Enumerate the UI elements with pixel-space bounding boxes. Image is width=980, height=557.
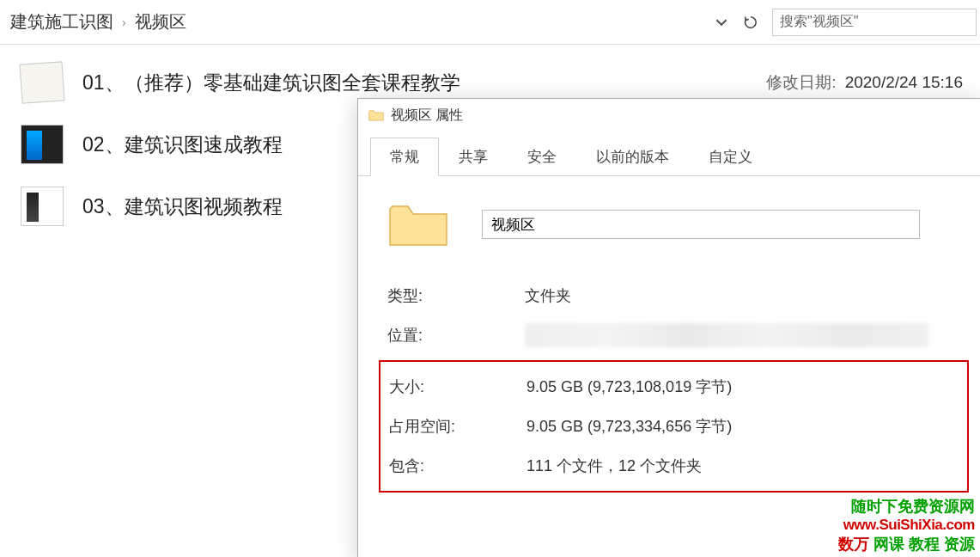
file-meta: 修改日期: 2020/2/24 15:16 bbox=[766, 71, 963, 94]
property-row-location: 位置: bbox=[387, 315, 969, 355]
breadcrumb-parent[interactable]: 建筑施工识图 bbox=[10, 10, 113, 34]
refresh-icon bbox=[743, 15, 758, 30]
chevron-right-icon: › bbox=[122, 15, 126, 29]
prop-label: 类型: bbox=[387, 285, 525, 306]
folder-name-input[interactable] bbox=[482, 210, 920, 239]
search-placeholder: 搜索"视频区" bbox=[780, 13, 858, 31]
chevron-down-icon bbox=[715, 16, 727, 28]
dialog-title-bar[interactable]: 视频区 属性 bbox=[358, 99, 980, 132]
dialog-title: 视频区 属性 bbox=[391, 107, 463, 125]
search-input[interactable]: 搜索"视频区" bbox=[772, 9, 977, 36]
prop-value: 9.05 GB (9,723,334,656 字节) bbox=[527, 416, 732, 437]
watermark-line: www.SuiShiXia.com bbox=[838, 516, 975, 534]
tab-previous-versions[interactable]: 以前的版本 bbox=[576, 138, 689, 176]
watermark: 随时下免费资源网 www.SuiShiXia.com 数万 网课 教程 资源 bbox=[838, 497, 975, 554]
tab-customize[interactable]: 自定义 bbox=[689, 138, 772, 176]
tab-security[interactable]: 安全 bbox=[508, 138, 576, 176]
breadcrumb[interactable]: 建筑施工识图 › 视频区 bbox=[0, 10, 707, 34]
tabs-row: 常规 共享 安全 以前的版本 自定义 bbox=[358, 137, 980, 176]
watermark-line: 数万 网课 教程 资源 bbox=[838, 535, 975, 554]
file-name: 01、（推荐）零基础建筑识图全套课程教学 bbox=[82, 70, 751, 96]
folder-icon bbox=[368, 108, 384, 122]
property-row-size-on-disk: 占用空间: 9.05 GB (9,723,334,656 字节) bbox=[389, 407, 967, 446]
tab-sharing[interactable]: 共享 bbox=[439, 138, 508, 176]
breadcrumb-current[interactable]: 视频区 bbox=[135, 10, 186, 34]
dropdown-button[interactable] bbox=[707, 9, 736, 36]
property-row-size: 大小: 9.05 GB (9,723,108,019 字节) bbox=[389, 367, 967, 407]
property-row-type: 类型: 文件夹 bbox=[387, 276, 969, 315]
prop-value: 文件夹 bbox=[525, 285, 571, 306]
folder-thumbnail-icon bbox=[17, 61, 67, 104]
meta-value: 2020/2/24 15:16 bbox=[845, 73, 963, 92]
prop-value: 111 个文件，12 个文件夹 bbox=[527, 456, 702, 476]
tab-general[interactable]: 常规 bbox=[370, 138, 439, 176]
folder-large-icon bbox=[387, 197, 449, 252]
prop-label: 大小: bbox=[389, 376, 527, 397]
watermark-line: 随时下免费资源网 bbox=[838, 497, 975, 517]
prop-label: 包含: bbox=[389, 456, 527, 476]
property-row-contains: 包含: 111 个文件，12 个文件夹 bbox=[389, 446, 967, 486]
dialog-body: 类型: 文件夹 位置: 大小: 9.05 GB (9,723,108,019 字… bbox=[358, 176, 980, 493]
properties-dialog: 视频区 属性 常规 共享 安全 以前的版本 自定义 类型: 文件夹 位置: 大小… bbox=[357, 98, 980, 557]
folder-thumbnail-icon bbox=[17, 123, 67, 166]
prop-label: 位置: bbox=[387, 325, 525, 346]
prop-value: 9.05 GB (9,723,108,019 字节) bbox=[527, 376, 732, 397]
header-bar: 建筑施工识图 › 视频区 搜索"视频区" bbox=[0, 0, 980, 45]
highlight-box: 大小: 9.05 GB (9,723,108,019 字节) 占用空间: 9.0… bbox=[379, 360, 969, 493]
prop-label: 占用空间: bbox=[389, 416, 527, 437]
folder-thumbnail-icon bbox=[17, 185, 67, 228]
refresh-button[interactable] bbox=[736, 9, 765, 36]
meta-label: 修改日期: bbox=[766, 71, 836, 94]
blurred-value bbox=[525, 323, 928, 347]
